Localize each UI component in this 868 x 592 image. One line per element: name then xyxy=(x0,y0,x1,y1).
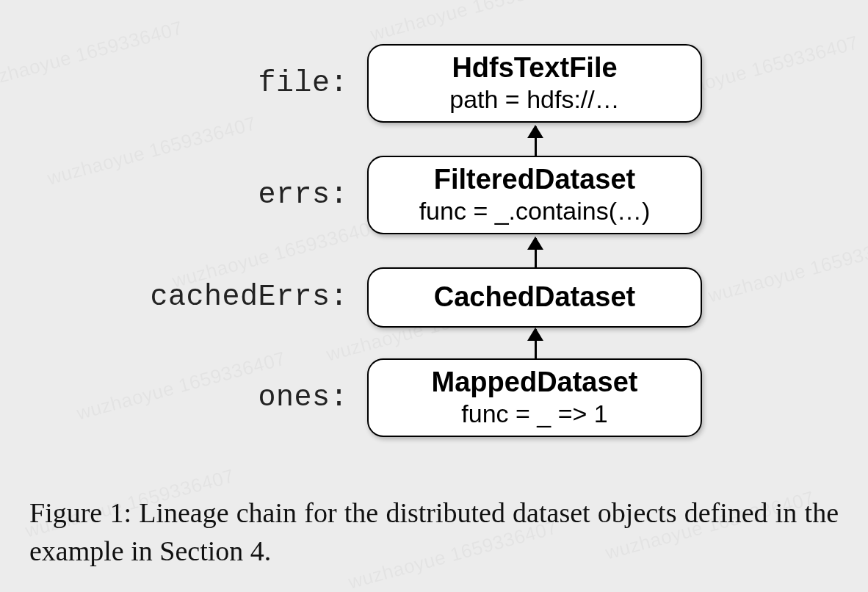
node-title: HdfsTextFile xyxy=(377,53,692,84)
node-subtitle: path = hdfs://… xyxy=(377,85,692,114)
arrow-up-icon xyxy=(535,126,537,156)
node-title: FilteredDataset xyxy=(377,165,692,195)
node-subtitle: func = _.contains(…) xyxy=(377,197,692,225)
node-subtitle: func = _ => 1 xyxy=(377,400,692,428)
node-filtereddataset: FilteredDataset func = _.contains(…) xyxy=(367,156,702,234)
node-title: MappedDataset xyxy=(377,367,692,398)
row-label: cachedErrs: xyxy=(0,281,367,314)
diagram-row-errs: errs: FilteredDataset func = _.contains(… xyxy=(0,156,868,234)
lineage-diagram: file: HdfsTextFile path = hdfs://… errs:… xyxy=(0,29,868,499)
diagram-row-file: file: HdfsTextFile path = hdfs://… xyxy=(0,44,868,123)
node-mappeddataset: MappedDataset func = _ => 1 xyxy=(367,358,702,437)
figure-caption: Figure 1: Lineage chain for the distribu… xyxy=(29,494,839,570)
row-label: file: xyxy=(0,67,367,100)
node-cacheddataset: CachedDataset xyxy=(367,267,702,328)
row-label: ones: xyxy=(0,381,367,414)
arrow-up-icon xyxy=(535,329,537,358)
diagram-row-ones: ones: MappedDataset func = _ => 1 xyxy=(0,358,868,437)
node-title: CachedDataset xyxy=(377,282,692,313)
arrow-up-icon xyxy=(535,238,537,267)
diagram-row-cachederrs: cachedErrs: CachedDataset xyxy=(0,267,868,328)
node-hdfstextfile: HdfsTextFile path = hdfs://… xyxy=(367,44,702,123)
row-label: errs: xyxy=(0,178,367,212)
